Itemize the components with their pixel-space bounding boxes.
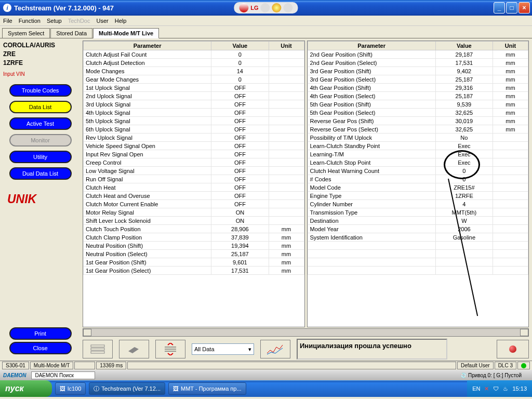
table-row[interactable]: 5th Gear Position (Select)32,625mm bbox=[308, 109, 528, 117]
table-row[interactable]: 1st Gear Position (Shift)9,601mm bbox=[84, 258, 304, 267]
table-row[interactable] bbox=[308, 258, 528, 267]
trouble-codes-button[interactable]: Trouble Codes bbox=[9, 84, 72, 97]
col-parameter[interactable]: Parameter bbox=[84, 42, 211, 50]
minimize-button[interactable]: _ bbox=[494, 2, 505, 14]
menu-file[interactable]: File bbox=[3, 18, 12, 24]
table-row[interactable]: Clutch Heat Warning Count0 bbox=[308, 167, 528, 175]
gadget-icon-3[interactable] bbox=[284, 3, 293, 12]
input-vin-link[interactable]: Input VIN bbox=[3, 71, 77, 77]
table-row[interactable]: Low Voltage SignalOFF bbox=[84, 167, 304, 175]
daemon-drive[interactable]: 💿 Привод 0: [ G:] Пустой bbox=[460, 373, 522, 378]
table-row[interactable]: # Codes0 bbox=[308, 175, 528, 183]
table-row[interactable]: Clutch Adjust Fail Count0 bbox=[84, 50, 304, 59]
table-row[interactable]: Input Rev Signal OpenOFF bbox=[84, 150, 304, 158]
menu-function[interactable]: Function bbox=[19, 18, 41, 24]
table-row[interactable]: Engine Type1ZRFE bbox=[308, 192, 528, 200]
table-row[interactable]: Gear Mode Changes0 bbox=[84, 75, 304, 84]
table-row[interactable]: 5th Gear Position (Shift)9,539mm bbox=[308, 100, 528, 109]
close-panel-button[interactable]: Close bbox=[9, 342, 72, 354]
tray-icon[interactable]: ✕ bbox=[484, 385, 489, 392]
table-row[interactable]: Learn-Clutch Stop PointExec bbox=[308, 158, 528, 167]
tool-list-icon[interactable] bbox=[83, 340, 113, 358]
tray-icon[interactable]: 🛡 bbox=[493, 385, 499, 392]
table-row[interactable]: Run Off SignalOFF bbox=[84, 175, 304, 183]
table-row[interactable]: DestinationW bbox=[308, 217, 528, 225]
tray-icon[interactable]: ♨ bbox=[503, 385, 508, 392]
menu-help[interactable]: Help bbox=[115, 18, 127, 24]
table-row[interactable]: Clutch Heat and OveruseOFF bbox=[84, 192, 304, 200]
table-row[interactable] bbox=[308, 250, 528, 258]
task-techstream[interactable]: ⓘ Techstream (Ver 7.12... bbox=[89, 382, 165, 395]
task-mmt[interactable]: 🖼 MMT - Программа пр... bbox=[168, 382, 246, 395]
table-row[interactable]: Neutral Position (Select)25,187mm bbox=[84, 250, 304, 258]
table-row[interactable]: 4th Uplock SignalOFF bbox=[84, 109, 304, 117]
table-row[interactable]: Cylinder Number4 bbox=[308, 200, 528, 208]
table-row[interactable]: Model Year2006 bbox=[308, 225, 528, 233]
table-row[interactable]: 6th Uplock SignalOFF bbox=[84, 125, 304, 134]
table-row[interactable]: Learn-Clutch Standby PointExec bbox=[308, 142, 528, 150]
table-row[interactable]: 3rd Gear Position (Shift)9,402mm bbox=[308, 67, 528, 75]
active-test-button[interactable]: Active Test bbox=[9, 117, 72, 130]
table-row[interactable]: Transmission TypeMMT(5th) bbox=[308, 208, 528, 217]
system-tray[interactable]: EN ✕ 🛡 ♨ 15:13 bbox=[467, 380, 532, 397]
table-row[interactable]: Reverse Gear Pos (Select)32,625mm bbox=[308, 125, 528, 134]
table-row[interactable]: Motor Relay SignalON bbox=[84, 208, 304, 217]
tab-multimode-live[interactable]: Multi-Mode M/T Live bbox=[93, 28, 159, 38]
col-unit[interactable]: Unit bbox=[493, 42, 528, 50]
table-row[interactable]: Possibility of T/M UplockNo bbox=[308, 134, 528, 142]
table-row[interactable]: Shift Lever Lock SolenoidON bbox=[84, 217, 304, 225]
tray-lang[interactable]: EN bbox=[472, 385, 480, 392]
menu-user[interactable]: User bbox=[96, 18, 108, 24]
task-lc100[interactable]: 🖼 lc100 bbox=[55, 382, 86, 395]
tool-sort-icon[interactable] bbox=[155, 340, 185, 358]
table-row[interactable]: Clutch HeatOFF bbox=[84, 183, 304, 192]
table-row[interactable]: 4th Gear Position (Select)25,187mm bbox=[308, 92, 528, 100]
utility-button[interactable]: Utility bbox=[9, 151, 72, 163]
maximize-button[interactable]: □ bbox=[506, 2, 517, 14]
table-row[interactable]: Learning-T/MExec bbox=[308, 150, 528, 158]
table-row[interactable]: Clutch Adjust Detection0 bbox=[84, 59, 304, 67]
table-row[interactable]: Model CodeZRE15# bbox=[308, 183, 528, 192]
daemon-search[interactable]: DAEMON Поиск bbox=[31, 371, 95, 379]
table-row[interactable]: 5th Uplock SignalOFF bbox=[84, 117, 304, 125]
dual-data-list-button[interactable]: Dual Data List bbox=[9, 167, 72, 180]
gadget-icon-2[interactable] bbox=[272, 3, 282, 12]
col-value[interactable]: Value bbox=[435, 42, 493, 50]
data-filter-dropdown[interactable]: All Data▾ bbox=[192, 343, 254, 355]
tab-system-select[interactable]: System Select bbox=[2, 28, 50, 38]
col-parameter[interactable]: Parameter bbox=[308, 42, 435, 50]
horizontal-scrollbar[interactable] bbox=[83, 328, 529, 337]
table-row[interactable]: Clutch Clamp Position37,839mm bbox=[84, 233, 304, 242]
table-row[interactable]: Rev Uplock SignalOFF bbox=[84, 134, 304, 142]
close-button[interactable]: × bbox=[518, 2, 530, 14]
table-row[interactable]: Neutral Position (Shift)19,394mm bbox=[84, 242, 304, 250]
table-row[interactable]: 2nd Uplock SignalOFF bbox=[84, 92, 304, 100]
table-row[interactable]: Reverse Gear Pos (Shift)30,019mm bbox=[308, 117, 528, 125]
col-unit[interactable]: Unit bbox=[269, 42, 304, 50]
tool-flashlight-icon[interactable] bbox=[119, 340, 149, 358]
start-button[interactable]: пуск bbox=[0, 380, 52, 397]
table-row[interactable]: 3rd Gear Position (Select)25,187mm bbox=[308, 75, 528, 84]
table-row[interactable]: 1st Gear Position (Select)17,531mm bbox=[84, 267, 304, 275]
table-row[interactable]: Creep ControlOFF bbox=[84, 158, 304, 167]
table-row[interactable]: Clutch Motor Current EnableOFF bbox=[84, 200, 304, 208]
tab-stored-data[interactable]: Stored Data bbox=[50, 28, 92, 38]
table-row[interactable]: 4th Gear Position (Shift)29,316mm bbox=[308, 84, 528, 92]
tool-graph-icon[interactable] bbox=[260, 340, 290, 358]
table-row[interactable]: 2nd Gear Position (Select)17,531mm bbox=[308, 59, 528, 67]
menu-setup[interactable]: Setup bbox=[47, 18, 62, 24]
data-list-button[interactable]: Data List bbox=[9, 101, 72, 113]
table-row[interactable]: Mode Changes14 bbox=[84, 67, 304, 75]
table-row[interactable]: System IdentificationGasoline bbox=[308, 233, 528, 242]
table-row[interactable]: 3rd Uplock SignalOFF bbox=[84, 100, 304, 109]
table-row[interactable]: 1st Uplock SignalOFF bbox=[84, 84, 304, 92]
record-button[interactable] bbox=[497, 340, 529, 358]
table-row[interactable]: 2nd Gear Position (Shift)29,187mm bbox=[308, 50, 528, 59]
col-value[interactable]: Value bbox=[211, 42, 269, 50]
table-row[interactable] bbox=[308, 242, 528, 250]
print-button[interactable]: Print bbox=[9, 327, 72, 340]
table-row[interactable]: Vehicle Speed Signal OpenOFF bbox=[84, 142, 304, 150]
gadget-icon-1[interactable] bbox=[261, 3, 270, 12]
table-row[interactable] bbox=[308, 267, 528, 275]
table-row[interactable]: Clutch Touch Position28,906mm bbox=[84, 225, 304, 233]
